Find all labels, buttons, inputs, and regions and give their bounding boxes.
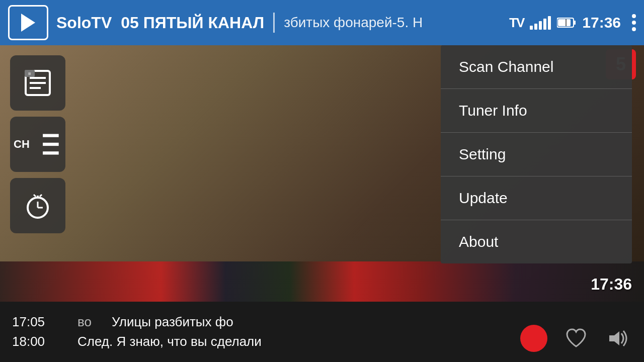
- play-icon-box[interactable]: [8, 5, 48, 40]
- timer-button[interactable]: [10, 178, 65, 233]
- scan-channel-menu-item[interactable]: Scan Channel: [441, 45, 632, 89]
- about-menu-item[interactable]: About: [441, 220, 632, 263]
- prog-title-2: След. Я знаю, что вы сделали: [77, 334, 262, 349]
- play-icon: [21, 14, 35, 32]
- heart-icon: [565, 328, 587, 348]
- svg-text:≡: ≡: [28, 71, 31, 76]
- svg-line-18: [40, 195, 42, 197]
- ch-list-icon: CH: [14, 129, 62, 159]
- tuner-info-menu-item[interactable]: Tuner Info: [441, 89, 632, 133]
- left-controls: ≡ CH: [10, 55, 65, 233]
- timer-icon: [23, 191, 53, 221]
- favorite-button[interactable]: [562, 325, 590, 352]
- current-program-title: збитых фонарей-5. Н: [284, 15, 423, 31]
- svg-line-17: [34, 195, 36, 197]
- more-options-icon[interactable]: [632, 14, 636, 31]
- svg-rect-2: [558, 19, 571, 26]
- channel-name: SoloTV: [56, 14, 112, 32]
- bottom-controls: [520, 325, 632, 352]
- top-bar: SoloTV 05 ПЯТЫЙ КАНАЛ збитых фонарей-5. …: [0, 0, 644, 45]
- status-icons: TV 17:36: [509, 14, 636, 31]
- bottom-bar: 17:05 во Улицы разбитых фо 18:00 След. Я…: [0, 302, 644, 362]
- prog-time-2: 18:00: [12, 334, 57, 349]
- battery-icon: [557, 17, 576, 28]
- tv-status-icon: TV: [509, 15, 524, 31]
- epg-icon: ≡: [23, 68, 53, 98]
- channel-info: SoloTV 05 ПЯТЫЙ КАНАЛ збитых фонарей-5. …: [56, 13, 509, 33]
- divider: [273, 13, 275, 33]
- prog-time-1: 17:05: [12, 314, 57, 330]
- volume-button[interactable]: [605, 325, 632, 352]
- record-button[interactable]: [520, 325, 547, 352]
- setting-menu-item[interactable]: Setting: [441, 133, 632, 176]
- volume-icon: [606, 328, 630, 348]
- video-glitch: [0, 261, 644, 302]
- prog-title-1: Улицы разбитых фо: [112, 314, 233, 330]
- video-time-overlay: 17:36: [591, 275, 632, 294]
- update-menu-item[interactable]: Update: [441, 176, 632, 220]
- signal-icon: [530, 16, 551, 30]
- channel-number-title: 05 ПЯТЫЙ КАНАЛ: [121, 14, 264, 32]
- time-display: 17:36: [582, 14, 621, 31]
- svg-rect-1: [574, 21, 576, 25]
- dropdown-menu: Scan Channel Tuner Info Setting Update A…: [441, 45, 632, 263]
- svg-marker-19: [609, 331, 619, 345]
- prog-category-1: во: [77, 314, 92, 330]
- epg-button[interactable]: ≡: [10, 55, 65, 111]
- channel-list-button[interactable]: CH: [10, 117, 65, 172]
